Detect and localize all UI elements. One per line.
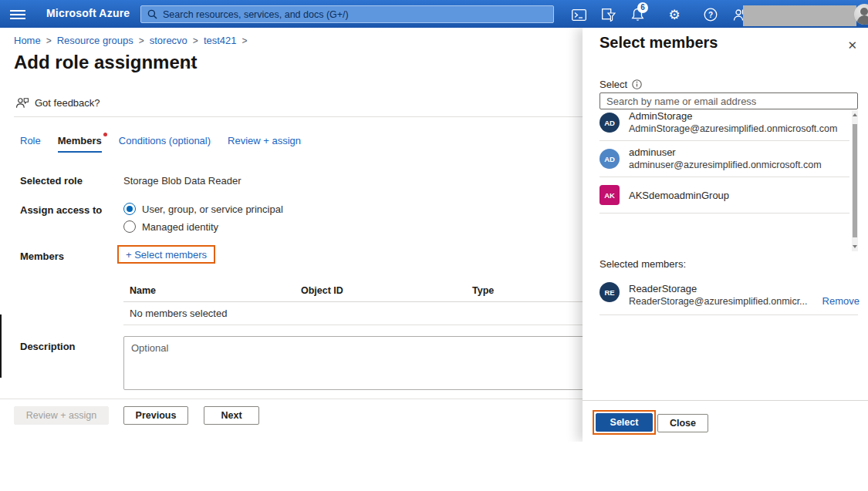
radio-managed-identity[interactable]: Managed identity [123, 220, 218, 233]
page-title: Add role assignment [14, 52, 197, 73]
member-list-item-adminstorage[interactable]: AD AdminStorage AdminStorage@azuresimpli… [599, 110, 849, 141]
member-name: adminuser [629, 146, 822, 159]
cloud-shell-icon[interactable] [571, 7, 586, 22]
search-icon [147, 9, 157, 19]
avatar: AD [599, 149, 620, 169]
avatar: AK [599, 185, 620, 205]
members-unsaved-dot [103, 133, 107, 136]
product-name[interactable]: Microsoft Azure [46, 7, 130, 19]
selected-member-name: ReaderStorage [629, 282, 813, 295]
selected-members-divider [599, 314, 858, 315]
radio-label: Managed identity [142, 221, 218, 233]
got-feedback-label: Got feedback? [35, 97, 100, 109]
remove-member-link[interactable]: Remove [822, 295, 860, 307]
panel-footer-divider [583, 400, 868, 401]
breadcrumb: Home>Resource groups>storecvo>test421> [14, 35, 253, 46]
selected-role-label: Selected role [20, 175, 83, 187]
previous-button[interactable]: Previous [123, 406, 188, 425]
settings-gear-icon[interactable]: ⚙ [667, 7, 682, 22]
select-button[interactable]: Select [596, 413, 653, 432]
panel-title: Select members [599, 34, 718, 52]
selected-member-email: ReaderStorage@azuresimplified.onmicr... [629, 295, 813, 308]
member-list-item-aksdemoadmingroup[interactable]: AK AKSdemoadminGroup [599, 177, 849, 214]
screen-edge-artifact [0, 314, 2, 378]
account-info-redacted [743, 5, 856, 26]
table-empty-message: No members selected [130, 308, 227, 319]
column-header-type: Type [472, 285, 494, 296]
description-label: Description [20, 341, 76, 352]
breadcrumb-home[interactable]: Home [14, 35, 41, 46]
list-scrollbar[interactable] [852, 110, 858, 251]
radio-selected-icon[interactable] [123, 203, 136, 215]
member-email: AdminStorage@azuresimplified.onmicrosoft… [629, 123, 837, 136]
table-row-divider [123, 325, 625, 325]
radio-label: User, group, or service principal [142, 203, 283, 215]
info-icon[interactable] [632, 79, 642, 89]
got-feedback-button[interactable]: Got feedback? [15, 97, 100, 109]
radio-unselected-icon[interactable] [123, 220, 136, 233]
breadcrumb-storecvo[interactable]: storecvo [150, 35, 187, 46]
column-header-name: Name [130, 285, 156, 296]
members-label: Members [20, 251, 64, 262]
breadcrumb-separator: > [46, 35, 52, 46]
column-header-object-id: Object ID [301, 285, 343, 296]
scroll-down-arrow[interactable] [853, 245, 857, 248]
footer-divider [0, 399, 585, 399]
select-members-panel: Select members ✕ Select AD AdminStorage … [583, 28, 868, 442]
member-list-item-adminuser[interactable]: AD adminuser adminuser@azuresimplified.o… [599, 141, 849, 177]
breadcrumb-separator: > [193, 35, 198, 46]
hamburger-menu-icon[interactable] [10, 8, 25, 20]
directory-filter-icon[interactable] [601, 7, 616, 22]
tab-role[interactable]: Role [20, 135, 41, 153]
member-name: AKSdemoadminGroup [629, 189, 729, 202]
tab-conditions[interactable]: Conditions (optional) [119, 135, 211, 153]
breadcrumb-separator: > [242, 35, 248, 46]
svg-text:?: ? [708, 11, 713, 19]
tab-review-assign[interactable]: Review + assign [228, 135, 301, 153]
member-suggestion-list: AD AdminStorage AdminStorage@azuresimpli… [599, 110, 858, 251]
feedback-smiley-icon [15, 97, 29, 109]
selected-members-label: Selected members: [599, 258, 686, 270]
member-name: AdminStorage [629, 110, 837, 123]
member-email: adminuser@azuresimplified.onmicrosoft.co… [629, 159, 822, 172]
avatar: AD [599, 113, 620, 133]
top-bar: Microsoft Azure 6 ⚙ ? [0, 0, 868, 28]
review-assign-button[interactable]: Review + assign [14, 406, 109, 425]
select-field-label: Select [599, 79, 642, 90]
table-header-divider [123, 301, 625, 302]
help-icon[interactable]: ? [703, 7, 718, 22]
close-icon[interactable]: ✕ [844, 37, 860, 54]
selected-member-readerstorage: RE ReaderStorage ReaderStorage@azuresimp… [599, 282, 860, 308]
description-textarea[interactable] [123, 336, 623, 390]
scrollbar-thumb[interactable] [853, 124, 857, 237]
scroll-up-arrow[interactable] [853, 113, 857, 116]
radio-user-group-service-principal[interactable]: User, group, or service principal [123, 203, 283, 215]
global-search-input[interactable] [163, 9, 547, 20]
selected-role-value: Storage Blob Data Reader [123, 175, 241, 187]
member-search-input[interactable] [599, 92, 858, 109]
select-members-button[interactable]: + Select members [117, 245, 215, 264]
tab-bar: Role Members Conditions (optional) Revie… [20, 135, 301, 153]
tab-members[interactable]: Members [58, 135, 102, 153]
breadcrumb-resource-groups[interactable]: Resource groups [57, 35, 133, 46]
next-button[interactable]: Next [204, 406, 259, 425]
notification-count-badge: 6 [637, 2, 648, 13]
panel-close-button[interactable]: Close [657, 414, 708, 432]
global-search-bar[interactable] [140, 5, 554, 23]
page-more-menu[interactable]: ··· [179, 58, 195, 71]
select-members-link[interactable]: + Select members [126, 249, 207, 261]
assign-access-to-label: Assign access to [20, 204, 102, 216]
avatar: RE [599, 282, 620, 302]
select-button-highlight: Select [593, 410, 656, 435]
breadcrumb-separator: > [139, 35, 144, 46]
breadcrumb-test421[interactable]: test421 [204, 35, 237, 46]
azure-portal-window: Microsoft Azure 6 ⚙ ? Hom [0, 0, 868, 442]
